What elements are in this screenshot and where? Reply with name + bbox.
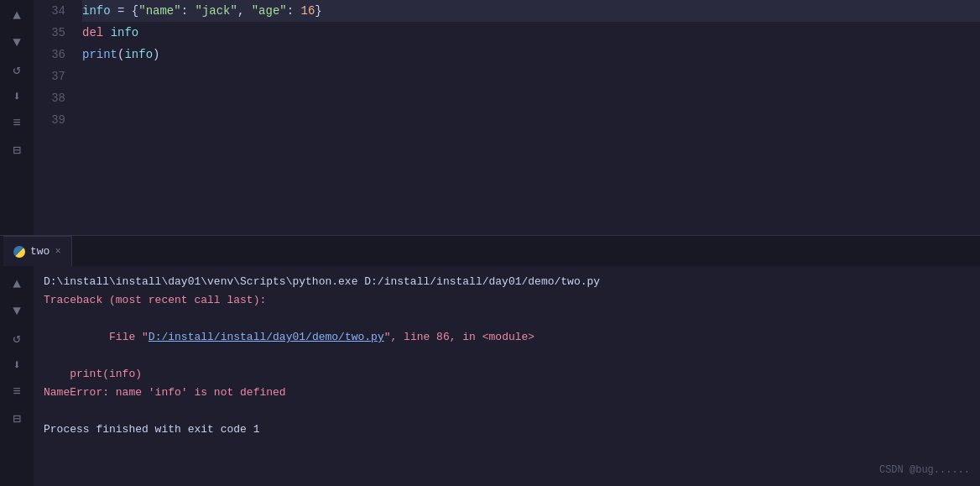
terminal-area: two × ▲ ▼ ↺ ⬇ ≡ ⊟ D:\install\install\day… — [0, 236, 980, 486]
watermark: CSDN @bug...... — [879, 461, 970, 479]
code-line-36: print ( info ) — [82, 44, 980, 65]
token: : — [287, 0, 294, 22]
terminal-tab-two[interactable]: two × — [3, 236, 72, 266]
token: ( — [117, 44, 124, 65]
terminal-icon-down[interactable]: ▼ — [5, 300, 29, 323]
terminal-tab-close[interactable]: × — [55, 246, 60, 258]
sidebar-icon-down[interactable]: ▼ — [2, 30, 32, 55]
token: "name" — [138, 0, 180, 22]
terminal-line-command: D:\install\install\day01\venv\Scripts\py… — [44, 273, 970, 291]
code-line-38 — [82, 87, 980, 109]
terminal-line-blank — [44, 402, 970, 421]
code-line-34: info = { "name" : "jack" , "age" : 16 } — [82, 0, 980, 22]
python-icon — [13, 246, 25, 258]
terminal-output: D:\install\install\day01\venv\Scripts\py… — [34, 266, 980, 486]
terminal-icon-up[interactable]: ▲ — [5, 273, 29, 296]
sidebar-icon-download[interactable]: ⬇ — [2, 84, 32, 109]
terminal-icon-download[interactable]: ⬇ — [5, 353, 29, 377]
terminal-line-traceback: Traceback (most recent call last): — [44, 291, 970, 310]
line-numbers: 34 35 36 37 38 39 — [34, 0, 76, 235]
token: info — [111, 22, 139, 44]
terminal-file-link[interactable]: D:/install/install/day01/demo/two.py — [149, 331, 384, 343]
token: } — [315, 0, 321, 22]
token: "age" — [252, 0, 287, 22]
token — [188, 0, 195, 22]
terminal-tab-bar: two × — [0, 236, 980, 266]
sidebar-icon-refresh[interactable]: ↺ — [2, 57, 32, 82]
token: ) — [153, 44, 159, 65]
terminal-icon-list[interactable]: ≡ — [5, 380, 29, 404]
terminal-line-file: File "D:/install/install/day01/demo/two.… — [44, 310, 970, 365]
terminal-file-suffix: ", line 86, in <module> — [384, 331, 534, 343]
editor-sidebar: ▲ ▼ ↺ ⬇ ≡ ⊟ — [0, 0, 34, 235]
token: = — [117, 0, 124, 22]
token: "jack" — [195, 0, 237, 22]
code-content: info = { "name" : "jack" , "age" : 16 } … — [76, 0, 980, 235]
terminal-line-exit: Process finished with exit code 1 — [44, 421, 970, 439]
sidebar-icon-menu[interactable]: ≡ — [2, 111, 32, 136]
token — [111, 0, 117, 22]
token: : — [181, 0, 188, 22]
terminal-icon-refresh[interactable]: ↺ — [5, 327, 29, 350]
token — [124, 0, 131, 22]
code-line-39 — [82, 109, 980, 131]
sidebar-icon-close[interactable]: ⊟ — [2, 138, 32, 163]
token: info — [124, 44, 153, 65]
token — [244, 0, 251, 22]
editor-area: ▲ ▼ ↺ ⬇ ≡ ⊟ 34 35 36 37 38 39 info = { "… — [0, 0, 980, 235]
token: , — [237, 0, 244, 22]
terminal-sidebar: ▲ ▼ ↺ ⬇ ≡ ⊟ — [0, 266, 34, 486]
code-line-35: del info — [82, 22, 980, 44]
terminal-tab-label: two — [30, 245, 50, 258]
token: print — [82, 44, 117, 65]
sidebar-icon-up[interactable]: ▲ — [2, 3, 32, 29]
terminal-line-nameerror: NameError: name 'info' is not defined — [44, 384, 970, 402]
terminal-icon-stop[interactable]: ⊟ — [5, 407, 29, 431]
token — [294, 0, 300, 22]
terminal-content-wrapper: ▲ ▼ ↺ ⬇ ≡ ⊟ D:\install\install\day01\ven… — [0, 266, 980, 486]
token: { — [132, 0, 138, 22]
token: 16 — [301, 0, 315, 22]
terminal-line-code: print(info) — [44, 365, 970, 384]
code-line-37 — [82, 65, 980, 87]
terminal-file-prefix: File " — [96, 331, 148, 343]
token: del — [82, 22, 103, 44]
token — [103, 22, 110, 44]
token: info — [82, 0, 111, 22]
